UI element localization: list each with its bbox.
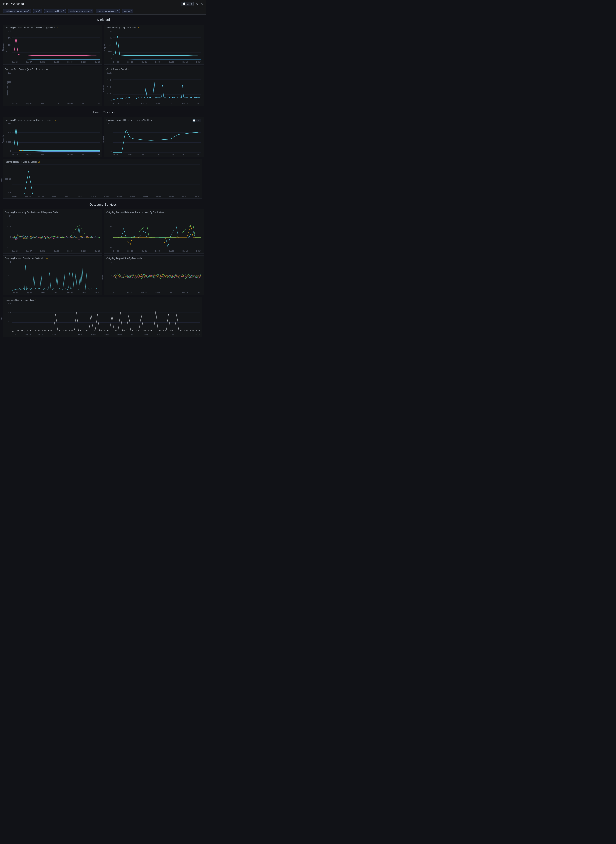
chart-title-9: Outgoing Success Rate (non-5xx responses…: [106, 211, 201, 213]
outbound-charts-row-2: Outgoing Request Duration by Destination…: [0, 254, 206, 296]
workload-section-title: Workload: [0, 15, 206, 24]
chart-title-7: Incoming Request Size by Source ⚠: [5, 161, 199, 163]
filter-source-workload[interactable]: source_workload *: [44, 9, 66, 13]
chart-incoming-size-source: Incoming Request Size by Source ⚠ 400 KB…: [3, 159, 202, 199]
chart-outgoing-requests: Outgoing Requests by Destination and Res…: [3, 209, 102, 254]
y-ticks-11: 20-2: [106, 261, 113, 290]
chart-title-1: Incoming Request Volume by Destination A…: [5, 26, 100, 29]
x-axis-5: Sep 23Sep 27Oct 01Oct 05Oct 09Oct 13Oct …: [12, 153, 100, 156]
chart-inner-2: Sep 23Sep 27Oct 01Oct 05Oct 09Oct 13Oct …: [113, 30, 201, 63]
chart-area-11: [113, 261, 201, 291]
chart-area-8: [12, 215, 100, 249]
y-label-5: Requests: [2, 135, 4, 143]
chart-outgoing-duration: Outgoing Request Duration by Destination…: [3, 255, 102, 295]
x-axis-3: Sep 23Sep 27Oct 01Oct 05Oct 09Oct 13Oct …: [12, 102, 100, 105]
chart-svg-8: [12, 215, 100, 249]
filter-app[interactable]: app *: [33, 9, 42, 13]
chart-area-7: [12, 164, 199, 194]
chart-title-5: Incoming Request by Response Code and Se…: [5, 119, 100, 121]
filter-icon[interactable]: ▽: [201, 2, 203, 5]
x-axis-6: Oct 07Oct 09Oct 11Oct 13Oct 15Oct 17Oct …: [113, 153, 201, 156]
chart-svg-10: [12, 261, 100, 291]
chart-svg-1: [12, 30, 100, 60]
chart-svg-3: [12, 72, 100, 102]
x-axis-11: Sep 23Sep 27Oct 01Oct 05Oct 09Oct 13Oct …: [113, 291, 201, 294]
filter-cluster[interactable]: cluster *: [122, 9, 133, 13]
warning-icon-7: ⚠: [38, 161, 40, 163]
chart-area-4: [113, 72, 201, 102]
warning-icon-11: ⚠: [144, 257, 146, 260]
x-axis-1: Sep 23Sep 27Oct 01Oct 05Oct 09Oct 13Oct …: [12, 60, 100, 63]
chart-svg-2: [113, 30, 201, 60]
chart-area-1: [12, 30, 100, 60]
warning-icon-2: ⚠: [138, 26, 139, 29]
chart-inner-11: Sep 23Sep 27Oct 01Oct 05Oct 09Oct 13Oct …: [113, 261, 201, 294]
filter-destination-workload[interactable]: destination_workload *: [68, 9, 94, 13]
chart-wrapper-1: 20k15k10k5,0000: [5, 30, 100, 63]
chart-svg-5: [12, 123, 100, 153]
inbound-section-title: Inbound Services: [0, 107, 206, 116]
filter-source-namespace[interactable]: source_namespace *: [96, 9, 120, 13]
inbound-section: Inbound Services Incoming Request by Res…: [0, 107, 206, 199]
time-range-selector[interactable]: 🕐 -30D: [181, 2, 194, 6]
chart-inner-3: Sep 23Sep 27Oct 01Oct 05Oct 09Oct 13Oct …: [12, 72, 100, 105]
outbound-charts-row-1: Outgoing Requests by Destination and Res…: [0, 209, 206, 254]
chart-wrapper-10: 10.50 Sep 23Sep 27Oct 01Oct 05Oct 09: [5, 261, 100, 294]
clock-icon-2: 🕐: [193, 119, 195, 122]
y-label-11: Bytes: [102, 275, 104, 280]
x-axis-4: Sep 23Sep 27Oct 01Oct 05Oct 09Oct 13Oct …: [113, 102, 201, 105]
outbound-section: Outbound Services Outgoing Requests by D…: [0, 199, 206, 338]
outbound-section-title: Outbound Services: [0, 199, 206, 209]
chart-title-2: Total Incoming Request Volume ⚠: [106, 26, 201, 29]
y-ticks-12: 0.60.40.20: [5, 303, 12, 332]
y-label-2: Requests: [103, 43, 106, 50]
workload-charts-row-1: Incoming Request Volume by Destination A…: [0, 24, 206, 65]
chart-incoming-request-volume: Incoming Request Volume by Destination A…: [3, 25, 102, 65]
y-label-3: Success Percentage: [7, 79, 9, 97]
chart-incoming-duration-source: Incoming Request Duration by Source Work…: [104, 117, 204, 157]
chart-area-10: [12, 261, 100, 291]
warning-icon-5: ⚠: [54, 119, 56, 121]
chart-wrapper-5: 15k10k5,0000: [5, 123, 100, 156]
chart-title-12: Response Size by Destination ⚠: [5, 299, 199, 301]
chart-title-11: Outgoing Request Size By Destination ⚠: [106, 257, 201, 260]
chart-area-12: [12, 303, 199, 333]
chart-svg-6: [113, 123, 201, 153]
chart-inner-1: Sep 23Sep 27Oct 01Oct 05Oct 09Oct 13Oct …: [12, 30, 100, 63]
chart-title-6: Incoming Request Duration by Source Work…: [106, 119, 201, 121]
y-label-1: Requests: [2, 43, 4, 50]
warning-icon-12: ⚠: [34, 299, 36, 301]
y-ticks-2: 20k15k10k5,0000: [106, 30, 113, 60]
x-axis-7: Sep 21Sep 23Sep 25Sep 27Sep 29Oct 01Oct …: [12, 195, 199, 197]
chart-svg-12: [12, 303, 199, 333]
chart-wrapper-6: 1.67 m50 s0 ms Oct 07: [106, 123, 201, 156]
chart-title-3: Success Rate Percent (Non-5xx Responses)…: [5, 68, 100, 71]
chart-wrapper-2: 20k15k10k5,0000: [106, 30, 201, 63]
chart-inner-7: Sep 21Sep 23Sep 25Sep 27Sep 29Oct 01Oct …: [12, 164, 199, 197]
chart-response-size: Response Size by Destination ⚠ 0.60.40.2…: [3, 297, 202, 337]
chart-inner-6: Oct 07Oct 09Oct 11Oct 13Oct 15Oct 17Oct …: [113, 123, 201, 156]
x-axis-2: Sep 23Sep 27Oct 01Oct 05Oct 09Oct 13Oct …: [113, 60, 201, 63]
chart-svg-4: [113, 72, 201, 102]
warning-icon-9: ⚠: [164, 211, 166, 213]
chart-outgoing-success-rate: Outgoing Success Rate (non-5xx responses…: [104, 209, 204, 254]
y-ticks-7: 400 KB300 KB0 B: [5, 164, 12, 194]
chart-title-10: Outgoing Request Duration by Destination…: [5, 257, 100, 260]
inbound-time-badge[interactable]: 🕐 -14D: [192, 119, 201, 122]
time-badge-value: -14D: [196, 119, 200, 122]
chart-inner-5: Sep 23Sep 27Oct 01Oct 05Oct 09Oct 13Oct …: [12, 123, 100, 156]
chart-area-3: [12, 72, 100, 102]
chart-incoming-response-code: Incoming Request by Response Code and Se…: [3, 117, 102, 157]
filter-destination-namespace[interactable]: destination_namespace *: [3, 9, 31, 13]
chart-wrapper-7: 400 KB300 KB0 B Sep 2: [5, 164, 199, 197]
y-ticks-4: 800 µs600 µs400 µs200 µs0 ms: [106, 72, 113, 101]
chart-inner-10: Sep 23Sep 27Oct 01Oct 05Oct 09Oct 13Oct …: [12, 261, 100, 294]
warning-icon-10: ⚠: [46, 257, 48, 260]
refresh-icon[interactable]: ↺: [196, 2, 199, 5]
time-range-value: -30D: [186, 3, 192, 5]
warning-icon-8: ⚠: [59, 211, 61, 213]
top-bar: Istio - Workload 🕐 -30D ↺ ▽: [0, 0, 206, 8]
y-ticks-6: 1.67 m50 s0 ms: [106, 123, 113, 152]
chart-svg-7: [12, 164, 199, 194]
chart-area-6: [113, 123, 201, 153]
